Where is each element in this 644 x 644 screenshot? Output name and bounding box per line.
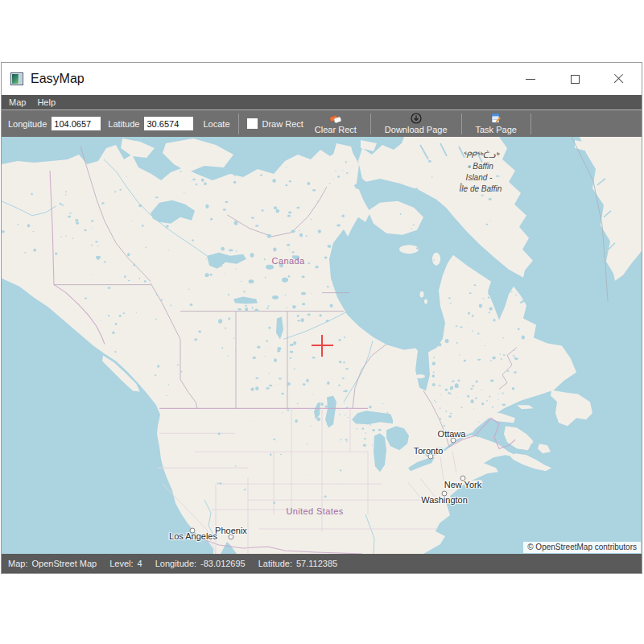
task-note-icon (490, 113, 502, 124)
clear-rect-button[interactable]: Clear Rect (315, 113, 357, 134)
city-label: Ottawa (438, 429, 466, 439)
download-page-label: Download Page (385, 125, 448, 134)
city-label: Phoenix (215, 526, 247, 535)
toolbar-separator (238, 114, 239, 134)
menu-item-map[interactable]: Map (3, 95, 31, 109)
city-label: Washington (421, 495, 468, 505)
minimize-button[interactable] (518, 67, 543, 91)
menu-bar: MapHelp (2, 95, 642, 109)
latitude-label: Latitude (108, 119, 139, 129)
longitude-input[interactable] (52, 117, 101, 130)
clear-rect-label: Clear Rect (315, 125, 357, 134)
download-page-button[interactable]: Download Page (385, 113, 448, 134)
close-icon (613, 73, 625, 85)
window-controls (518, 63, 632, 95)
toolbar: Longitude Latitude Locate Draw Rect Clea… (2, 109, 642, 137)
city-label: Toronto (414, 446, 444, 456)
crosshair-marker (321, 335, 323, 357)
download-circle-icon (411, 113, 422, 124)
task-page-label: Task Page (476, 125, 517, 134)
city-label: Los Angeles (169, 531, 217, 541)
title-bar: EasyMap (2, 63, 642, 95)
minimize-icon (526, 79, 535, 80)
easymap-window: EasyMap MapHelp Longitude Latitude Locat… (1, 62, 642, 574)
app-icon[interactable] (10, 72, 23, 85)
eraser-icon (328, 113, 342, 124)
toolbar-separator (370, 114, 371, 134)
toolbar-separator (461, 114, 462, 134)
status-latitude: Latitude:57.112385 (258, 559, 337, 568)
toolbar-separator (530, 114, 531, 134)
maximize-button[interactable] (562, 67, 588, 91)
close-button[interactable] (606, 67, 632, 91)
map-canvas[interactable]: CanadaUnited Statesᕿᑭᖅᑖᓗᒃ- BaffinIsland … (2, 137, 642, 554)
locate-button[interactable]: Locate (203, 119, 229, 129)
draw-rect-label: Draw Rect (262, 119, 303, 129)
osm-attribution: © OpenStreetMap contributors (523, 542, 641, 553)
city-label: New York (444, 480, 481, 489)
window-title: EasyMap (31, 72, 85, 86)
latitude-input[interactable] (144, 117, 193, 130)
status-bar: Map:OpenStreet Map Level:4 Longitude:-83… (2, 554, 642, 573)
status-map: Map:OpenStreet Map (8, 559, 97, 568)
longitude-label: Longitude (8, 119, 47, 129)
task-page-button[interactable]: Task Page (476, 113, 517, 134)
maximize-icon (571, 75, 580, 84)
draw-rect-checkbox[interactable] (247, 118, 258, 129)
status-level: Level:4 (109, 559, 142, 568)
status-longitude: Longitude:-83.012695 (155, 559, 246, 568)
menu-item-help[interactable]: Help (31, 95, 61, 109)
